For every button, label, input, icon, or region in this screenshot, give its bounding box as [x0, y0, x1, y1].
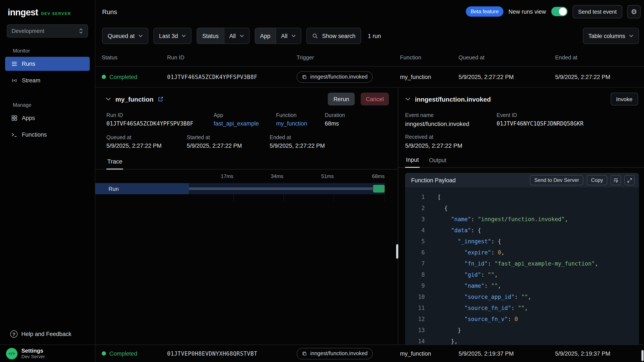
ended-at-value: 5/9/2025, 2:19:37 PM [555, 350, 644, 357]
payload-code[interactable]: 1[2 {3 "name": "inngest/function.invoked… [405, 187, 639, 345]
panel-scrollbar-thumb[interactable] [396, 244, 398, 259]
code-line: 6 "expire": 0, [405, 247, 639, 258]
code-text: "name": "", [425, 280, 501, 292]
invoke-button[interactable]: Invoke [610, 93, 638, 105]
table-columns-button[interactable]: Table columns [583, 28, 639, 44]
sidebar-item-label: Runs [22, 61, 35, 67]
code-line: 9 "name": "", [405, 280, 639, 292]
new-runs-view-toggle[interactable] [551, 7, 567, 16]
trace-run-row[interactable]: Run [95, 183, 384, 194]
code-text: "source_app_id": "", [425, 292, 531, 303]
code-text: "data": { [425, 225, 481, 236]
column-header-ended-at: Ended at [555, 54, 644, 61]
sidebar-item-label: Stream [22, 77, 40, 84]
trigger-pill: inngest/function.invoked [296, 348, 373, 359]
event-header: inngest/function.invoked Invoke [398, 88, 644, 105]
sidebar-item-label: Apps [22, 115, 35, 121]
app-link[interactable]: fast_api_example [214, 120, 276, 127]
show-search-button[interactable]: Show search [306, 28, 361, 44]
event-detail-panel: inngest/function.invoked Invoke Event na… [398, 88, 644, 345]
code-text: } [425, 325, 461, 336]
cancel-button[interactable]: Cancel [361, 93, 389, 105]
timeline-tick: 51ms [321, 173, 334, 179]
sidebar-item-apps[interactable]: Apps [5, 111, 90, 125]
sidebar: inngest DEV SERVER Development Monitor R… [0, 0, 95, 362]
rerun-button[interactable]: Rerun [328, 93, 355, 105]
field-label: Function [276, 112, 325, 118]
environment-select[interactable]: Development [7, 24, 88, 37]
external-link-icon[interactable] [158, 96, 164, 102]
app-filter-value[interactable]: All [276, 28, 301, 43]
gear-icon: ⚙ [631, 7, 637, 15]
run-id: 01JTVEP0H8EVDNYXH68QRSTVBT [167, 350, 296, 357]
word-wrap-button[interactable] [611, 175, 621, 185]
function-name: my_function [400, 74, 458, 80]
line-number: 12 [405, 314, 425, 325]
line-number: 1 [405, 192, 425, 203]
function-link[interactable]: my_function [276, 120, 325, 127]
column-header-run-id: Run ID [167, 54, 296, 61]
sidebar-item-stream[interactable]: Stream [5, 73, 90, 88]
sidebar-item-runs[interactable]: Runs [5, 57, 90, 71]
table-row[interactable]: Completed 01JTVF46SA5ZCDK4YPFSPV3B8F inn… [95, 67, 644, 88]
function-name: my_function [400, 350, 458, 357]
run-detail-panel: my_function Rerun Cancel Run ID 01JTVF46… [95, 88, 398, 345]
send-to-dev-server-button[interactable]: Send to Dev Server [530, 175, 583, 185]
code-line: 10 "source_app_id": "", [405, 292, 639, 303]
field-value: 5/9/2025, 2:27:22 PM [270, 143, 325, 149]
trigger-name: inngest/function.invoked [310, 351, 368, 357]
code-line: 1[ [405, 192, 639, 203]
collapse-chevron-icon[interactable] [106, 97, 111, 101]
tab-output[interactable]: Output [428, 157, 447, 168]
environment-select-value: Development [12, 28, 44, 34]
payload-actions: Send to Dev Server Copy [530, 175, 634, 185]
payload-header: Function Payload Send to Dev Server Copy [405, 173, 639, 187]
payload-title: Function Payload [411, 177, 456, 183]
page-title: Runs [102, 8, 117, 15]
logo-row: inngest DEV SERVER [4, 8, 92, 17]
code-text: "source_fn_v": 0 [425, 314, 518, 325]
queued-at-dropdown[interactable]: Queued at [102, 28, 148, 44]
collapse-chevron-icon[interactable] [405, 97, 411, 101]
status-filter-value[interactable]: All [224, 28, 249, 43]
app-filter-label: App [255, 28, 276, 43]
runs-icon [11, 61, 18, 67]
sidebar-item-functions[interactable]: Functions [5, 128, 90, 142]
trace-span-bar [189, 187, 373, 190]
event-id-value: 01JTVF46NYC1QSFJDNRDQ58GKR [496, 120, 644, 127]
timeline-tick: 17ms [221, 173, 233, 179]
field-label: Ended at [270, 135, 325, 141]
expand-button[interactable] [624, 175, 634, 185]
field-function: Function my_function [276, 112, 325, 127]
table-row[interactable]: Completed 01JTVEP0H8EVDNYXH68QRSTVBT inn… [95, 345, 644, 362]
code-line: 7 "fn_id": "fast_api_example-my_function… [405, 258, 639, 269]
chevron-down-icon [629, 35, 633, 37]
copy-button[interactable]: Copy [587, 175, 607, 185]
tab-input[interactable]: Input [405, 157, 420, 168]
code-line: 13 } [405, 325, 639, 336]
status-filter: Status All [197, 28, 250, 44]
top-bar-controls: Beta feature New runs view Send test eve… [466, 5, 640, 18]
trace-run-label: Run [95, 183, 189, 194]
status-dot-icon [102, 351, 106, 356]
help-label: Help and Feedback [21, 331, 71, 337]
window-scrollbar-thumb[interactable] [642, 350, 644, 361]
search-icon [312, 33, 318, 39]
code-text: "gid": "", [425, 269, 498, 280]
tab-trace[interactable]: Trace [106, 158, 123, 170]
settings-gear-button[interactable]: ⚙ [627, 5, 640, 18]
help-and-feedback[interactable]: ? Help and Feedback [7, 330, 88, 338]
stream-icon [11, 77, 18, 84]
filter-bar: Queued at Last 3d Status All App All [95, 23, 644, 49]
inngest-logo: inngest [8, 8, 38, 17]
send-test-event-button[interactable]: Send test event [572, 5, 622, 18]
time-range-dropdown[interactable]: Last 3d [154, 28, 192, 44]
line-number: 5 [405, 236, 425, 247]
run-id: 01JTVF46SA5ZCDK4YPFSPV3B8F [167, 74, 296, 80]
field-value: 5/9/2025, 2:27:22 PM [187, 143, 270, 149]
functions-icon [11, 132, 18, 138]
settings-entry[interactable]: </> Settings Dev Server [0, 345, 95, 362]
line-number: 2 [405, 203, 425, 214]
line-number: 8 [405, 269, 425, 280]
code-line: 8 "gid": "", [405, 269, 639, 280]
